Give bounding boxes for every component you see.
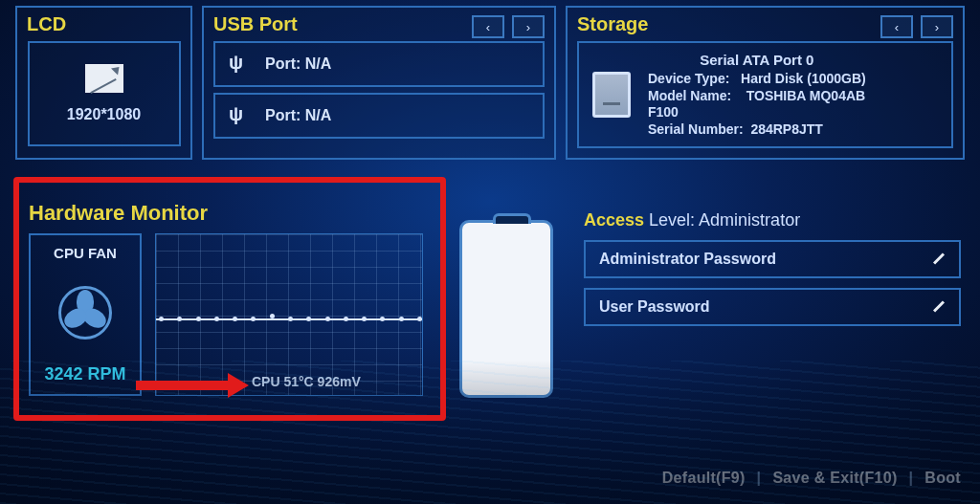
usb-prev-button[interactable]: ‹ bbox=[472, 15, 504, 38]
access-title-accent: Access bbox=[584, 210, 644, 230]
access-title-rest: Level: Administrator bbox=[644, 210, 800, 230]
annotation-arrow-icon bbox=[136, 373, 251, 396]
usb-port-label: Port: N/A bbox=[265, 55, 331, 73]
storage-model-value-2: F100 bbox=[648, 104, 679, 120]
panel-lcd: LCD 1920*1080 bbox=[15, 6, 192, 160]
fan-icon bbox=[58, 286, 112, 340]
cpu-fan-rpm: 3242 RPM bbox=[44, 364, 125, 384]
panel-usb: USB Port ‹ › Port: N/A Port: N/A bbox=[202, 6, 556, 160]
panel-storage: Storage ‹ › Serial ATA Port 0 Device Typ… bbox=[566, 6, 965, 160]
lcd-resolution: 1920*1080 bbox=[67, 106, 141, 123]
storage-prev-button[interactable]: ‹ bbox=[880, 15, 913, 38]
cpu-fan-label: CPU FAN bbox=[54, 245, 117, 261]
lcd-title: LCD bbox=[27, 13, 181, 35]
admin-password-row[interactable]: Administrator Password bbox=[584, 240, 961, 278]
storage-body: Serial ATA Port 0 Device Type: Hard Disk… bbox=[577, 41, 953, 148]
usb-next-button[interactable]: › bbox=[512, 15, 545, 38]
user-password-row[interactable]: User Password bbox=[584, 288, 961, 326]
lcd-box: 1920*1080 bbox=[28, 41, 181, 146]
edit-icon bbox=[930, 299, 946, 315]
default-button[interactable]: Default(F9) bbox=[662, 470, 746, 487]
footer-bar: Default(F9) | Save & Exit(F10) | Boot bbox=[662, 470, 961, 487]
storage-next-button[interactable]: › bbox=[921, 15, 953, 38]
storage-model-value: TOSHIBA MQ04AB bbox=[746, 88, 865, 103]
cpu-temp-label: CPU 51°C 926mV bbox=[252, 374, 361, 389]
panel-hardware-monitor: Hardware Monitor CPU FAN 3242 RPM CPU 51… bbox=[29, 201, 431, 396]
usb-port-row-1: Port: N/A bbox=[213, 93, 545, 139]
storage-serial-label: Serial Number: bbox=[648, 121, 744, 137]
battery-icon bbox=[459, 220, 553, 398]
panel-access: Access Level: Administrator Administrato… bbox=[584, 210, 961, 326]
boot-button[interactable]: Boot bbox=[924, 470, 961, 487]
storage-serial-value: 284RP8JTT bbox=[750, 121, 822, 137]
chart-series-dots bbox=[156, 315, 422, 324]
storage-text: Serial ATA Port 0 Device Type: Hard Disk… bbox=[648, 52, 866, 139]
cpu-fan-box: CPU FAN 3242 RPM bbox=[29, 233, 142, 396]
usb-port-row-0: Port: N/A bbox=[213, 41, 545, 87]
hw-title: Hardware Monitor bbox=[29, 201, 431, 226]
hard-disk-icon bbox=[592, 72, 631, 118]
access-title: Access Level: Administrator bbox=[584, 210, 961, 230]
edit-icon bbox=[930, 252, 946, 267]
cpu-temp-chart: CPU 51°C 926mV bbox=[155, 233, 423, 396]
storage-port: Serial ATA Port 0 bbox=[648, 52, 866, 70]
storage-devtype-label: Device Type: bbox=[648, 71, 729, 86]
user-password-label: User Password bbox=[599, 298, 710, 316]
separator: | bbox=[757, 470, 762, 487]
save-exit-button[interactable]: Save & Exit(F10) bbox=[772, 470, 897, 487]
storage-devtype-value: Hard Disk (1000GB) bbox=[741, 71, 866, 86]
usb-icon bbox=[229, 106, 248, 125]
admin-password-label: Administrator Password bbox=[599, 251, 776, 268]
separator: | bbox=[909, 470, 914, 487]
usb-port-label: Port: N/A bbox=[265, 107, 331, 124]
storage-model-label: Model Name: bbox=[648, 88, 731, 103]
usb-icon bbox=[229, 55, 248, 74]
monitor-icon bbox=[85, 64, 123, 93]
